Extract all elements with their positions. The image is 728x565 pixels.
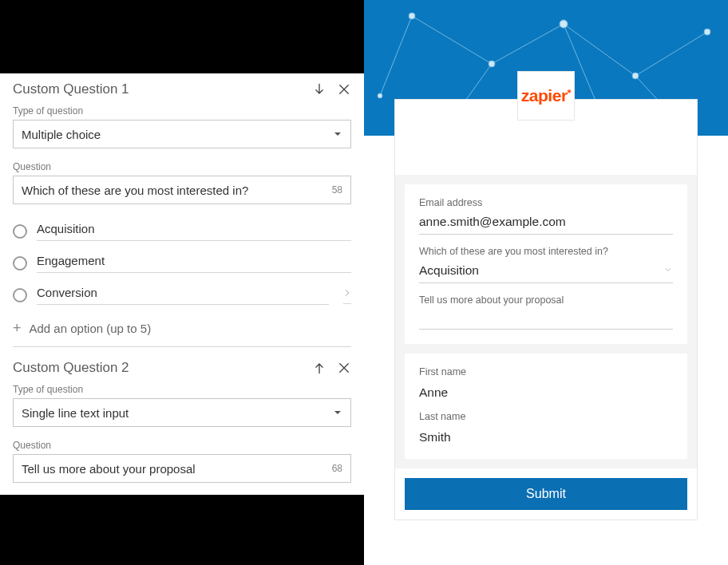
q1-option-row[interactable]: Acquisition	[13, 215, 351, 247]
q1-option-row[interactable]: Engagement	[13, 247, 351, 279]
q2-remove-button[interactable]	[337, 361, 351, 375]
submit-button[interactable]: Submit	[405, 478, 687, 510]
arrow-up-icon	[311, 360, 327, 376]
q2-question-input[interactable]: Tell us more about your proposal 68	[13, 454, 351, 483]
q1-move-down-button[interactable]	[311, 81, 327, 97]
q1-type-label: Type of question	[13, 105, 351, 117]
q1-remove-button[interactable]	[337, 82, 351, 97]
caret-down-icon	[333, 408, 342, 417]
q1-title: Custom Question 1	[13, 81, 129, 97]
q2-title: Custom Question 2	[13, 360, 129, 376]
q1-add-option[interactable]: + Add an option (up to 5)	[13, 311, 351, 347]
top-blackbar	[0, 0, 364, 73]
mc-label: Which of these are you most interested i…	[419, 246, 673, 257]
q1-question-input[interactable]: Which of these are you most interested i…	[13, 176, 351, 204]
q2-type-select[interactable]: Single line text input	[13, 398, 351, 427]
first-name-label: First name	[419, 366, 673, 377]
q2-header: Custom Question 2	[13, 360, 351, 376]
q1-option-row[interactable]: Conversion	[13, 279, 351, 311]
text-q-input[interactable]	[419, 312, 673, 330]
q2-question-label: Question	[13, 440, 351, 451]
last-name-label: Last name	[419, 411, 673, 422]
q1-char-counter: 58	[332, 184, 342, 196]
logo-chip: zapier*	[517, 71, 575, 121]
q1-option-label: Acquisition	[37, 222, 351, 241]
close-icon	[337, 82, 351, 97]
email-label: Email address	[419, 197, 673, 208]
plus-icon: +	[13, 321, 22, 335]
svg-point-10	[489, 61, 495, 67]
q1-question-value: Which of these are you most interested i…	[22, 184, 332, 197]
close-icon	[337, 361, 351, 375]
asterisk-icon: *	[568, 87, 572, 99]
radio-icon	[13, 256, 27, 271]
mc-value: Acquisition	[419, 263, 479, 277]
svg-point-17	[378, 93, 382, 98]
q2-question-value: Tell us more about your proposal	[22, 462, 332, 476]
radio-icon	[13, 224, 27, 239]
text-q-label: Tell us more about your proposal	[419, 294, 673, 306]
first-name-value[interactable]: Anne	[419, 384, 673, 403]
svg-point-13	[704, 29, 710, 35]
radio-icon	[13, 288, 27, 302]
caret-down-icon	[333, 129, 342, 139]
q1-option-label: Conversion	[37, 286, 329, 305]
chevron-down-icon	[663, 265, 673, 275]
last-name-value[interactable]: Smith	[419, 429, 673, 448]
contact-panel: Email address anne.smith@example.com Whi…	[405, 184, 687, 344]
form-card: zapier* Email address anne.smith@example…	[394, 99, 698, 520]
svg-point-9	[409, 13, 415, 19]
q2-char-counter: 68	[332, 463, 342, 474]
bottom-blackbar	[0, 495, 364, 565]
email-value[interactable]: anne.smith@example.com	[419, 215, 673, 235]
q1-add-option-label: Add an option (up to 5)	[30, 322, 152, 335]
q2-type-value: Single line text input	[22, 406, 129, 420]
q1-question-label: Question	[13, 161, 351, 172]
q1-type-select[interactable]: Multiple choice	[13, 120, 351, 148]
form-builder-pane: Custom Question 1 Type of question Multi…	[0, 0, 364, 565]
q1-option-label: Engagement	[37, 254, 351, 273]
arrow-down-icon	[311, 81, 327, 97]
q1-header: Custom Question 1	[13, 81, 351, 97]
logo-text: zapier*	[521, 86, 571, 105]
svg-point-11	[560, 20, 568, 28]
q2-move-up-button[interactable]	[311, 360, 327, 376]
mc-select[interactable]: Acquisition	[419, 263, 673, 283]
q2-type-label: Type of question	[13, 384, 351, 395]
q1-type-value: Multiple choice	[22, 128, 101, 141]
name-panel: First name Anne Last name Smith	[405, 354, 687, 459]
svg-point-12	[632, 73, 639, 79]
submit-bar: Submit	[395, 468, 697, 520]
form-preview-pane: zapier* Email address anne.smith@example…	[364, 0, 728, 565]
chevron-right-icon	[343, 287, 351, 304]
